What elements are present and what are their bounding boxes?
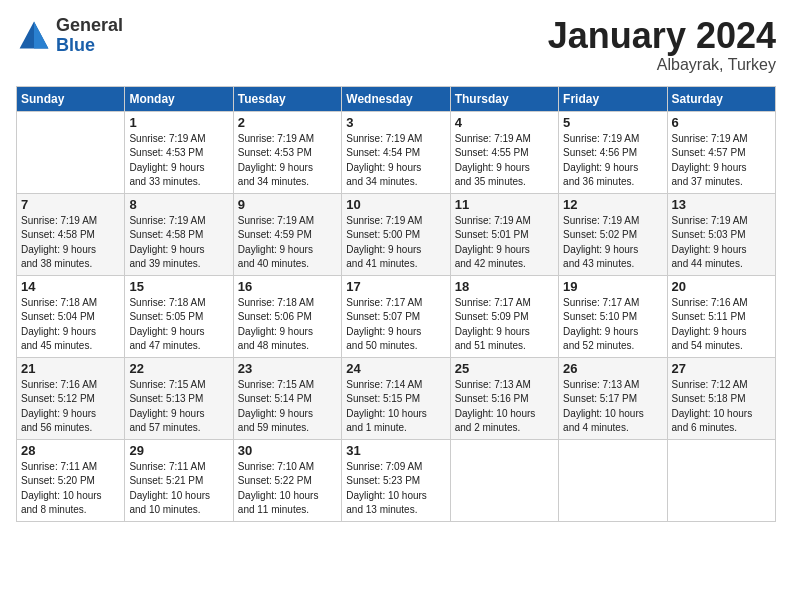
day-number: 26 [563,361,662,376]
day-number: 13 [672,197,771,212]
day-number: 30 [238,443,337,458]
calendar-cell: 21Sunrise: 7:16 AM Sunset: 5:12 PM Dayli… [17,357,125,439]
day-info: Sunrise: 7:13 AM Sunset: 5:17 PM Dayligh… [563,378,662,436]
calendar-cell: 5Sunrise: 7:19 AM Sunset: 4:56 PM Daylig… [559,111,667,193]
calendar-cell [17,111,125,193]
day-info: Sunrise: 7:19 AM Sunset: 5:00 PM Dayligh… [346,214,445,272]
day-number: 22 [129,361,228,376]
week-row-5: 28Sunrise: 7:11 AM Sunset: 5:20 PM Dayli… [17,439,776,521]
page-header: General Blue January 2024 Albayrak, Turk… [16,16,776,74]
calendar-cell: 4Sunrise: 7:19 AM Sunset: 4:55 PM Daylig… [450,111,558,193]
day-number: 7 [21,197,120,212]
calendar-cell: 8Sunrise: 7:19 AM Sunset: 4:58 PM Daylig… [125,193,233,275]
weekday-header-row: SundayMondayTuesdayWednesdayThursdayFrid… [17,86,776,111]
day-number: 10 [346,197,445,212]
day-info: Sunrise: 7:13 AM Sunset: 5:16 PM Dayligh… [455,378,554,436]
day-number: 5 [563,115,662,130]
day-info: Sunrise: 7:17 AM Sunset: 5:07 PM Dayligh… [346,296,445,354]
day-info: Sunrise: 7:15 AM Sunset: 5:13 PM Dayligh… [129,378,228,436]
day-number: 28 [21,443,120,458]
weekday-header-friday: Friday [559,86,667,111]
day-info: Sunrise: 7:19 AM Sunset: 4:54 PM Dayligh… [346,132,445,190]
calendar-cell [559,439,667,521]
day-info: Sunrise: 7:19 AM Sunset: 4:53 PM Dayligh… [238,132,337,190]
day-number: 15 [129,279,228,294]
day-number: 6 [672,115,771,130]
logo: General Blue [16,16,123,56]
day-info: Sunrise: 7:18 AM Sunset: 5:04 PM Dayligh… [21,296,120,354]
weekday-header-sunday: Sunday [17,86,125,111]
day-number: 24 [346,361,445,376]
calendar-cell: 7Sunrise: 7:19 AM Sunset: 4:58 PM Daylig… [17,193,125,275]
day-info: Sunrise: 7:19 AM Sunset: 5:03 PM Dayligh… [672,214,771,272]
day-number: 1 [129,115,228,130]
day-number: 2 [238,115,337,130]
calendar-cell: 1Sunrise: 7:19 AM Sunset: 4:53 PM Daylig… [125,111,233,193]
day-info: Sunrise: 7:11 AM Sunset: 5:20 PM Dayligh… [21,460,120,518]
calendar-cell: 23Sunrise: 7:15 AM Sunset: 5:14 PM Dayli… [233,357,341,439]
calendar-cell: 31Sunrise: 7:09 AM Sunset: 5:23 PM Dayli… [342,439,450,521]
calendar-cell: 2Sunrise: 7:19 AM Sunset: 4:53 PM Daylig… [233,111,341,193]
logo-general: General [56,15,123,35]
calendar-cell: 29Sunrise: 7:11 AM Sunset: 5:21 PM Dayli… [125,439,233,521]
day-number: 23 [238,361,337,376]
day-number: 27 [672,361,771,376]
weekday-header-thursday: Thursday [450,86,558,111]
day-number: 12 [563,197,662,212]
day-info: Sunrise: 7:19 AM Sunset: 4:58 PM Dayligh… [21,214,120,272]
svg-marker-1 [34,21,48,48]
day-info: Sunrise: 7:09 AM Sunset: 5:23 PM Dayligh… [346,460,445,518]
weekday-header-monday: Monday [125,86,233,111]
calendar-cell: 26Sunrise: 7:13 AM Sunset: 5:17 PM Dayli… [559,357,667,439]
calendar-cell: 6Sunrise: 7:19 AM Sunset: 4:57 PM Daylig… [667,111,775,193]
calendar-cell: 12Sunrise: 7:19 AM Sunset: 5:02 PM Dayli… [559,193,667,275]
day-number: 25 [455,361,554,376]
title-block: January 2024 Albayrak, Turkey [548,16,776,74]
week-row-2: 7Sunrise: 7:19 AM Sunset: 4:58 PM Daylig… [17,193,776,275]
month-title: January 2024 [548,16,776,56]
day-number: 11 [455,197,554,212]
day-info: Sunrise: 7:19 AM Sunset: 4:57 PM Dayligh… [672,132,771,190]
day-info: Sunrise: 7:14 AM Sunset: 5:15 PM Dayligh… [346,378,445,436]
day-number: 16 [238,279,337,294]
day-number: 18 [455,279,554,294]
week-row-4: 21Sunrise: 7:16 AM Sunset: 5:12 PM Dayli… [17,357,776,439]
calendar-cell: 11Sunrise: 7:19 AM Sunset: 5:01 PM Dayli… [450,193,558,275]
day-info: Sunrise: 7:17 AM Sunset: 5:10 PM Dayligh… [563,296,662,354]
day-number: 29 [129,443,228,458]
calendar-cell: 16Sunrise: 7:18 AM Sunset: 5:06 PM Dayli… [233,275,341,357]
week-row-1: 1Sunrise: 7:19 AM Sunset: 4:53 PM Daylig… [17,111,776,193]
day-info: Sunrise: 7:11 AM Sunset: 5:21 PM Dayligh… [129,460,228,518]
day-number: 3 [346,115,445,130]
day-info: Sunrise: 7:16 AM Sunset: 5:11 PM Dayligh… [672,296,771,354]
day-number: 14 [21,279,120,294]
calendar-cell: 27Sunrise: 7:12 AM Sunset: 5:18 PM Dayli… [667,357,775,439]
day-number: 4 [455,115,554,130]
day-info: Sunrise: 7:12 AM Sunset: 5:18 PM Dayligh… [672,378,771,436]
weekday-header-tuesday: Tuesday [233,86,341,111]
day-info: Sunrise: 7:19 AM Sunset: 4:58 PM Dayligh… [129,214,228,272]
day-number: 19 [563,279,662,294]
calendar-cell: 18Sunrise: 7:17 AM Sunset: 5:09 PM Dayli… [450,275,558,357]
calendar-cell: 22Sunrise: 7:15 AM Sunset: 5:13 PM Dayli… [125,357,233,439]
calendar-cell: 14Sunrise: 7:18 AM Sunset: 5:04 PM Dayli… [17,275,125,357]
day-number: 31 [346,443,445,458]
calendar-table: SundayMondayTuesdayWednesdayThursdayFrid… [16,86,776,522]
day-info: Sunrise: 7:19 AM Sunset: 5:02 PM Dayligh… [563,214,662,272]
day-info: Sunrise: 7:19 AM Sunset: 5:01 PM Dayligh… [455,214,554,272]
calendar-cell: 25Sunrise: 7:13 AM Sunset: 5:16 PM Dayli… [450,357,558,439]
week-row-3: 14Sunrise: 7:18 AM Sunset: 5:04 PM Dayli… [17,275,776,357]
calendar-cell: 24Sunrise: 7:14 AM Sunset: 5:15 PM Dayli… [342,357,450,439]
day-info: Sunrise: 7:19 AM Sunset: 4:55 PM Dayligh… [455,132,554,190]
day-info: Sunrise: 7:18 AM Sunset: 5:06 PM Dayligh… [238,296,337,354]
day-info: Sunrise: 7:19 AM Sunset: 4:59 PM Dayligh… [238,214,337,272]
day-number: 17 [346,279,445,294]
calendar-cell: 9Sunrise: 7:19 AM Sunset: 4:59 PM Daylig… [233,193,341,275]
calendar-cell: 20Sunrise: 7:16 AM Sunset: 5:11 PM Dayli… [667,275,775,357]
day-number: 21 [21,361,120,376]
day-info: Sunrise: 7:19 AM Sunset: 4:53 PM Dayligh… [129,132,228,190]
logo-icon [16,18,52,54]
calendar-cell: 19Sunrise: 7:17 AM Sunset: 5:10 PM Dayli… [559,275,667,357]
day-info: Sunrise: 7:15 AM Sunset: 5:14 PM Dayligh… [238,378,337,436]
day-number: 8 [129,197,228,212]
